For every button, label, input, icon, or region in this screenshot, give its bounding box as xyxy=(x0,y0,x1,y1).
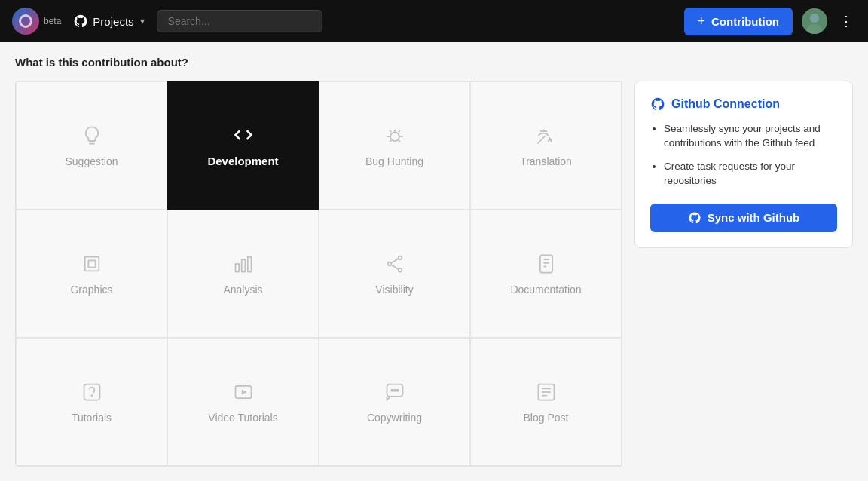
documentation-icon xyxy=(536,252,557,274)
panel-title: Github Connection xyxy=(650,97,837,112)
card-graphics[interactable]: Graphics xyxy=(16,210,167,338)
blog-post-icon xyxy=(536,380,557,403)
blog-post-label: Blog Post xyxy=(524,412,569,424)
card-documentation[interactable]: Documentation xyxy=(470,210,622,338)
card-development[interactable]: Development xyxy=(167,81,319,210)
suggestion-label: Suggestion xyxy=(65,155,118,167)
svg-line-12 xyxy=(391,259,398,263)
bug-hunting-label: Bug Hunting xyxy=(365,155,423,167)
cards-grid-area: SuggestionDevelopmentBug HuntingTranslat… xyxy=(15,81,622,467)
visibility-label: Visibility xyxy=(375,283,413,296)
github-sync-icon xyxy=(688,211,701,225)
content-area: SuggestionDevelopmentBug HuntingTranslat… xyxy=(15,81,853,467)
svg-rect-5 xyxy=(88,260,95,267)
copywriting-icon xyxy=(384,380,405,403)
github-connection-panel: Github Connection Seamlessly sync your p… xyxy=(634,81,853,248)
card-copywriting[interactable]: Copywriting xyxy=(319,338,470,466)
graphics-label: Graphics xyxy=(70,283,112,296)
sync-with-github-button[interactable]: Sync with Github xyxy=(650,204,837,232)
video-tutorials-icon xyxy=(233,380,254,403)
card-analysis[interactable]: Analysis xyxy=(167,210,319,338)
svg-rect-6 xyxy=(235,264,239,272)
svg-point-1 xyxy=(810,14,819,23)
svg-point-11 xyxy=(398,268,402,272)
svg-point-10 xyxy=(387,262,391,265)
card-visibility[interactable]: Visibility xyxy=(319,210,470,338)
panel-list: Seamlessly sync your projects and contri… xyxy=(650,122,837,188)
analysis-label: Analysis xyxy=(223,283,262,296)
card-translation[interactable]: Translation xyxy=(470,81,622,210)
svg-marker-21 xyxy=(241,389,246,394)
visibility-icon xyxy=(384,252,405,274)
contribution-button[interactable]: + Contribution xyxy=(684,8,793,35)
analysis-icon xyxy=(233,252,254,274)
github-panel-icon xyxy=(650,97,665,112)
bug-hunting-icon xyxy=(384,124,405,146)
development-icon xyxy=(233,124,254,146)
card-blog-post[interactable]: Blog Post xyxy=(470,338,622,466)
projects-nav[interactable]: Projects ▾ xyxy=(73,14,144,29)
panel-title-text: Github Connection xyxy=(671,97,780,111)
tutorials-label: Tutorials xyxy=(72,412,112,424)
video-tutorials-label: Video Tutorials xyxy=(208,412,277,424)
header: beta Projects ▾ + Contribution ⋮ xyxy=(0,0,868,42)
svg-rect-7 xyxy=(241,259,245,271)
panel-bullet-2: Create task requests for your repositori… xyxy=(664,160,837,188)
svg-line-13 xyxy=(391,265,398,269)
documentation-label: Documentation xyxy=(510,283,581,296)
logo-area: beta xyxy=(12,8,61,35)
chevron-down-icon: ▾ xyxy=(140,16,145,26)
panel-bullet-1: Seamlessly sync your projects and contri… xyxy=(664,122,837,151)
svg-point-23 xyxy=(391,389,393,391)
app-logo xyxy=(12,8,39,35)
sync-btn-label: Sync with Github xyxy=(708,211,800,224)
svg-rect-18 xyxy=(84,384,99,400)
card-video-tutorials[interactable]: Video Tutorials xyxy=(167,338,319,466)
header-right: + Contribution ⋮ xyxy=(684,8,857,35)
svg-rect-14 xyxy=(539,255,552,272)
translation-icon xyxy=(536,124,557,146)
svg-point-9 xyxy=(398,256,402,259)
page-title: What is this contribution about? xyxy=(15,56,853,69)
graphics-icon xyxy=(81,252,102,274)
card-tutorials[interactable]: Tutorials xyxy=(16,338,167,466)
svg-point-3 xyxy=(390,132,399,141)
svg-point-24 xyxy=(393,389,395,391)
svg-point-19 xyxy=(91,395,92,396)
card-bug-hunting[interactable]: Bug Hunting xyxy=(319,81,470,210)
beta-label: beta xyxy=(44,16,61,26)
svg-point-25 xyxy=(396,389,398,391)
development-label: Development xyxy=(207,155,278,167)
card-suggestion[interactable]: Suggestion xyxy=(16,81,167,210)
suggestion-icon xyxy=(81,124,102,146)
contribution-type-grid: SuggestionDevelopmentBug HuntingTranslat… xyxy=(15,81,622,467)
search-input[interactable] xyxy=(157,10,322,32)
projects-label: Projects xyxy=(93,15,133,28)
translation-label: Translation xyxy=(520,155,572,167)
svg-rect-4 xyxy=(84,256,99,271)
plus-icon: + xyxy=(698,14,706,29)
avatar[interactable] xyxy=(802,8,827,34)
more-options-icon[interactable]: ⋮ xyxy=(836,10,856,32)
tutorials-icon xyxy=(81,380,102,403)
logo-inner xyxy=(19,14,32,28)
svg-rect-8 xyxy=(247,256,251,271)
copywriting-label: Copywriting xyxy=(367,412,422,424)
main-content: What is this contribution about? Suggest… xyxy=(0,42,868,480)
